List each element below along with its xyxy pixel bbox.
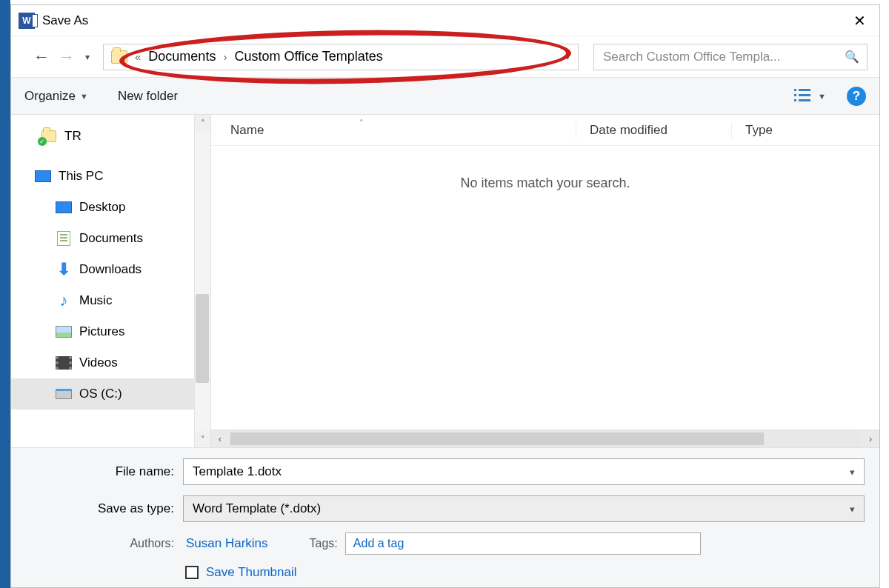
- empty-message: No items match your search.: [460, 176, 630, 191]
- tree-label: Desktop: [79, 200, 125, 215]
- sort-indicator-icon: ˄: [359, 118, 364, 128]
- downloads-icon: ⬇: [56, 262, 72, 277]
- authors-value[interactable]: Susan Harkins: [182, 533, 273, 554]
- tags-input[interactable]: Add a tag: [345, 532, 701, 555]
- music-icon: ♪: [56, 293, 72, 308]
- drive-icon: [56, 389, 72, 399]
- filename-label: File name:: [26, 464, 174, 479]
- sidebar-scroll-down[interactable]: ˅: [194, 431, 210, 447]
- hscroll-left[interactable]: ‹: [211, 430, 229, 448]
- hscroll-thumb[interactable]: [230, 432, 764, 445]
- search-placeholder: Search Custom Office Templa...: [603, 50, 780, 64]
- sidebar-scroll-up[interactable]: ˄: [194, 115, 210, 131]
- folder-tree: ˄ ˅ TR This PC Desktop: [11, 115, 211, 447]
- window-title: Save As: [42, 13, 88, 28]
- tree-item-videos[interactable]: Videos: [11, 347, 210, 378]
- chevron-down-icon[interactable]: ▾: [850, 467, 855, 478]
- videos-icon: [56, 356, 72, 370]
- documents-icon: [57, 231, 70, 246]
- new-folder-button[interactable]: New folder: [118, 89, 178, 104]
- column-type[interactable]: Type: [731, 123, 879, 138]
- horizontal-scrollbar[interactable]: ‹ ›: [211, 430, 879, 447]
- save-form: File name: Template 1.dotx ▾ Save as typ…: [11, 447, 879, 587]
- organize-button[interactable]: Organize ▼: [24, 89, 88, 104]
- tree-item-pictures[interactable]: Pictures: [11, 316, 210, 347]
- column-date-label: Date modified: [590, 123, 667, 137]
- search-input[interactable]: Search Custom Office Templa... 🔍: [593, 44, 868, 70]
- authors-label: Authors:: [26, 537, 174, 550]
- sidebar-scrollbar-thumb[interactable]: [196, 294, 209, 383]
- chevron-down-icon[interactable]: ▾: [850, 504, 855, 515]
- save-thumbnail-checkbox[interactable]: [185, 566, 199, 579]
- main-area: ˄ ˅ TR This PC Desktop: [11, 115, 879, 447]
- titlebar: W Save As ✕: [11, 5, 879, 36]
- list-body: No items match your search.: [211, 146, 879, 430]
- tree-item-tr[interactable]: TR: [11, 121, 210, 152]
- folder-icon: [111, 50, 127, 64]
- tree-item-os-c[interactable]: OS (C:): [11, 378, 210, 410]
- chevron-right-icon: ›: [223, 50, 227, 63]
- save-thumbnail-label[interactable]: Save Thumbnail: [206, 565, 297, 580]
- breadcrumb-custom-templates[interactable]: Custom Office Templates: [234, 49, 382, 64]
- breadcrumb-prefix: «: [135, 50, 141, 63]
- view-icon: [794, 89, 813, 104]
- column-name[interactable]: Name ˄: [211, 123, 576, 138]
- hscroll-right[interactable]: ›: [862, 430, 879, 448]
- nav-row: ← → ▾ « Documents › Custom Office Templa…: [11, 36, 879, 78]
- tree-label: This PC: [59, 169, 103, 184]
- tree-label: Videos: [79, 355, 118, 370]
- tree-label: Pictures: [79, 324, 124, 339]
- tags-label: Tags:: [310, 537, 338, 550]
- tree-item-documents[interactable]: Documents: [11, 223, 210, 254]
- help-button[interactable]: ?: [847, 87, 866, 106]
- desktop-icon: [56, 201, 72, 213]
- column-date-modified[interactable]: Date modified: [576, 123, 731, 138]
- tree-label: OS (C:): [79, 387, 122, 401]
- tree-label: Music: [79, 293, 112, 308]
- tree-label: Downloads: [79, 262, 141, 277]
- column-type-label: Type: [745, 123, 773, 137]
- toolbar: Organize ▼ New folder ▼ ?: [11, 78, 879, 115]
- filename-input[interactable]: Template 1.dotx ▾: [183, 458, 865, 485]
- saveastype-dropdown[interactable]: Word Template (*.dotx) ▾: [183, 495, 865, 522]
- nav-history-dropdown[interactable]: ▾: [82, 52, 93, 62]
- nav-forward-button[interactable]: →: [57, 47, 76, 67]
- chevron-down-icon: ▼: [818, 92, 826, 101]
- column-name-label: Name: [230, 123, 264, 137]
- breadcrumb-dropdown[interactable]: ▾: [565, 51, 570, 62]
- organize-label: Organize: [24, 89, 76, 104]
- nav-back-button[interactable]: ←: [32, 47, 51, 67]
- tree-item-this-pc[interactable]: This PC: [11, 161, 210, 192]
- tree-item-downloads[interactable]: ⬇ Downloads: [11, 254, 210, 285]
- outer-left-strip: [0, 0, 10, 588]
- filename-value: Template 1.dotx: [193, 464, 282, 479]
- pictures-icon: [56, 326, 72, 338]
- tree-label: TR: [64, 129, 81, 144]
- saveastype-label: Save as type:: [26, 501, 174, 516]
- monitor-icon: [35, 170, 51, 182]
- chevron-down-icon: ▼: [80, 92, 88, 101]
- breadcrumb-bar[interactable]: « Documents › Custom Office Templates ▾: [103, 44, 579, 70]
- file-list-area: Name ˄ Date modified Type No items match…: [211, 115, 879, 447]
- tree-label: Documents: [79, 231, 143, 246]
- folder-sync-icon: [41, 130, 56, 142]
- list-header: Name ˄ Date modified Type: [211, 115, 879, 146]
- tree-item-desktop[interactable]: Desktop: [11, 192, 210, 223]
- word-app-icon: W: [19, 13, 35, 29]
- new-folder-label: New folder: [118, 89, 178, 104]
- hscroll-track[interactable]: [229, 430, 862, 447]
- breadcrumb-documents[interactable]: Documents: [148, 49, 216, 64]
- sidebar-scrollbar-track[interactable]: [194, 131, 210, 431]
- saveastype-value: Word Template (*.dotx): [193, 501, 321, 516]
- search-icon[interactable]: 🔍: [845, 50, 859, 64]
- view-options-button[interactable]: ▼: [794, 89, 826, 104]
- tree-item-music[interactable]: ♪ Music: [11, 285, 210, 316]
- tags-placeholder: Add a tag: [353, 537, 404, 550]
- close-button[interactable]: ✕: [848, 9, 872, 33]
- save-as-dialog: W Save As ✕ ← → ▾ « Documents › Custom O…: [10, 4, 880, 588]
